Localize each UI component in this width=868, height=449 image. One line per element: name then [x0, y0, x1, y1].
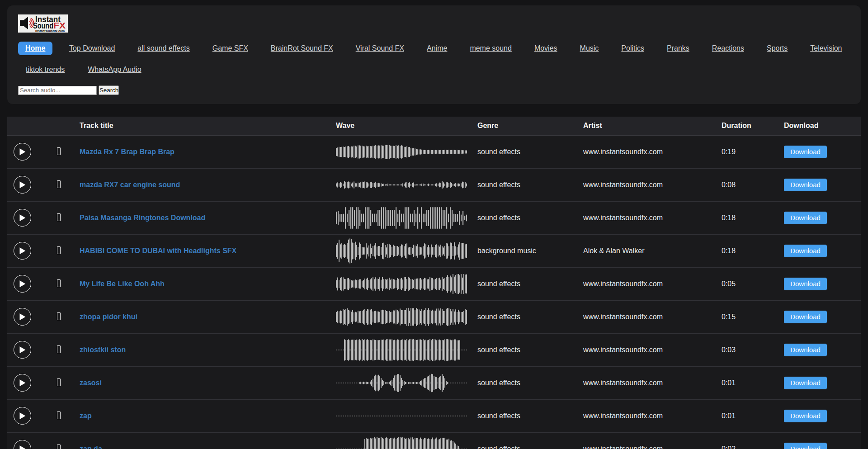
- svg-text:instantsoundfx.com: instantsoundfx.com: [35, 29, 65, 33]
